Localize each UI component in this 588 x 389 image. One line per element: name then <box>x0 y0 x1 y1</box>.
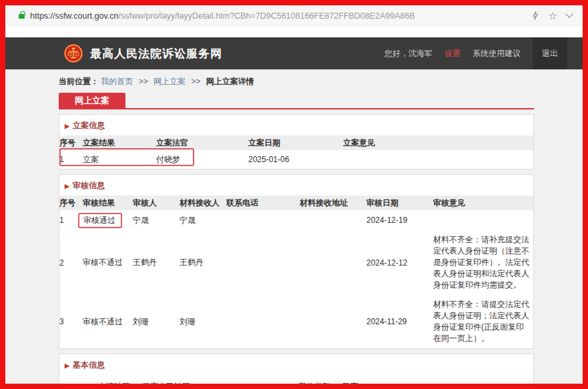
breadcrumb-home-link[interactable]: 我的首页 <box>101 77 133 86</box>
filing-table-row: 1 立案 付晓梦 2025-01-06 <box>59 150 533 169</box>
review-address <box>300 210 366 230</box>
tab-bar: 网上立案 <box>59 93 534 109</box>
review-result: 审核不通过 <box>83 295 133 348</box>
review-result: 审核通过 <box>83 210 133 230</box>
review-address <box>300 295 366 348</box>
review-receiver: 刘珊 <box>180 295 226 348</box>
review-table-header: 序号 审核结果 审核人 材料接收人 联系电话 材料接收地址 审核日期 审核意见 <box>59 196 533 210</box>
review-phone <box>226 295 300 348</box>
court-emblem-logo-icon <box>63 43 83 63</box>
review-phone <box>226 230 300 295</box>
filing-table: 序号 立案结果 立案法官 立案日期 立案意见 1 立案 付晓梦 2025-01-… <box>59 135 533 169</box>
tab-online-filing[interactable]: 网上立案 <box>59 93 125 108</box>
breadcrumb-current: 网上立案详情 <box>206 77 254 86</box>
field-value: 最高人民法院 <box>142 381 190 389</box>
filing-section-title: ▶立案信息 <box>59 115 533 135</box>
review-date: 2024-12-19 <box>366 210 433 230</box>
annotated-screenshot-frame: https://ssfw.court.gov.cn/ssfww/pro/layy… <box>0 0 588 389</box>
breadcrumb-separator: >> <box>191 77 200 86</box>
filing-date: 2025-01-06 <box>248 150 343 169</box>
page-body: 当前位置： 我的首页 >> 网上立案 >> 网上立案详情 网上立案 ▶立案信息 … <box>5 69 583 389</box>
basic-info-row: 申请法院：最高人民法院 案件类型：民事 <box>59 375 533 389</box>
review-section-title: ▶审核信息 <box>59 175 533 196</box>
triangle-marker-icon: ▶ <box>65 362 69 369</box>
review-seq: 2 <box>59 230 83 295</box>
review-table: 序号 审核结果 审核人 材料接收人 联系电话 材料接收地址 审核日期 审核意见 … <box>59 196 533 348</box>
review-reviewer: 刘珊 <box>133 295 180 348</box>
logout-button[interactable]: 退出 <box>533 37 567 69</box>
site-title: 最高人民法院诉讼服务网 <box>90 46 222 61</box>
review-date: 2024-11-29 <box>366 295 433 348</box>
user-greeting: 您好，沈海军 <box>384 48 432 59</box>
review-table-row: 2 审核不通过 王鹤丹 王鹤丹 2024-12-12 材料不齐全：请补充提交法定… <box>59 230 533 295</box>
settings-link[interactable]: 设置 <box>445 48 461 59</box>
review-opinion <box>433 210 533 230</box>
field-value: 民事 <box>342 381 358 389</box>
filing-opinion <box>343 150 533 169</box>
browser-gap <box>5 26 583 37</box>
review-date: 2024-12-12 <box>366 230 433 295</box>
filing-result: 立案 <box>83 150 156 169</box>
basic-info-section: ▶基本信息 申请法院：最高人民法院 案件类型：民事 是否知识产权：是 是否环资：… <box>59 354 534 389</box>
breadcrumb-parent-link[interactable]: 网上立案 <box>154 77 186 86</box>
review-reviewer: 宁晟 <box>133 210 180 230</box>
breadcrumb-separator: >> <box>139 77 148 86</box>
breadcrumb-prefix: 当前位置： <box>59 77 99 86</box>
url-domain: https://ssfw.court.gov.cn <box>30 11 118 21</box>
review-address <box>300 230 366 295</box>
review-table-row: 1 审核通过 宁晟 宁晟 2024-12-19 <box>59 210 533 230</box>
filing-info-section: ▶立案信息 序号 立案结果 立案法官 立案日期 立案意见 1 立案 <box>59 114 534 169</box>
filing-table-header: 序号 立案结果 立案法官 立案日期 立案意见 <box>59 135 533 150</box>
review-result: 审核不通过 <box>83 230 133 295</box>
flash-icon[interactable] <box>531 11 539 21</box>
ssl-lock-icon <box>19 14 25 19</box>
review-receiver: 宁晟 <box>180 210 226 230</box>
filing-seq: 1 <box>59 150 83 169</box>
basic-section-title: ▶基本信息 <box>59 354 533 375</box>
review-opinion: 材料不齐全：请补充提交法定代表人身份证明（注意不是身份证复印件）。法定代表人身份… <box>433 230 533 295</box>
triangle-marker-icon: ▶ <box>65 183 69 189</box>
breadcrumb: 当前位置： 我的首页 >> 网上立案 >> 网上立案详情 <box>59 69 534 93</box>
field-label: 申请法院： <box>59 381 138 389</box>
field-label: 案件类型： <box>260 381 338 389</box>
feedback-link[interactable]: 系统使用建议 <box>473 48 521 59</box>
review-receiver: 王鹤丹 <box>180 230 226 295</box>
site-header: 最高人民法院诉讼服务网 您好，沈海军 设置 系统使用建议 退出 <box>5 37 583 69</box>
annotation-rect-review-pass: 审核通过 <box>78 213 122 228</box>
filing-judge: 付晓梦 <box>156 150 248 169</box>
triangle-marker-icon: ▶ <box>65 123 69 129</box>
browser-address-bar[interactable]: https://ssfw.court.gov.cn/ssfww/pro/layy… <box>5 5 583 26</box>
review-reviewer: 王鹤丹 <box>133 230 180 295</box>
review-phone <box>226 210 300 230</box>
review-seq: 3 <box>59 295 83 348</box>
url-text[interactable]: https://ssfw.court.gov.cn/ssfww/pro/layy… <box>30 11 531 21</box>
url-path: /ssfww/pro/layy/layyDetail.htm?CBh=7D9C5… <box>118 11 414 21</box>
review-info-section: ▶审核信息 序号 审核结果 审核人 材料接收人 联系电话 材料接收地址 审核日期… <box>59 174 534 349</box>
chevron-down-icon[interactable] <box>565 10 573 17</box>
bookmark-star-icon[interactable]: ☆ <box>549 11 557 21</box>
review-table-row: 3 审核不通过 刘珊 刘珊 2024-11-29 材料不齐全：请提交法定代表人身… <box>59 295 533 348</box>
review-opinion: 材料不齐全：请提交法定代表人身份证明；法定代表人身份证复印件(正反面复印在同一页… <box>433 295 533 348</box>
